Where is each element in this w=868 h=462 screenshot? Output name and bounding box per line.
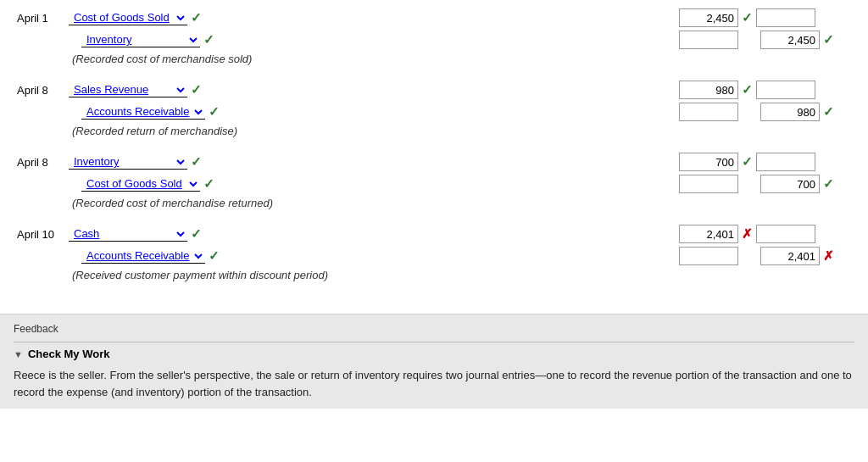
amounts-group-row-ar-2: 2,401✗ xyxy=(679,247,834,265)
account-select-row-cash[interactable]: Cash xyxy=(69,226,187,242)
debit-box-row-ar-1[interactable] xyxy=(679,103,738,121)
debit-box-row-inventory-2[interactable]: 700 xyxy=(679,153,738,171)
feedback-text: Reece is the seller. From the seller's p… xyxy=(14,367,854,400)
entry-row-row-cogs-1: April 1Cost of Goods Sold✓2,450✓ xyxy=(17,8,851,27)
account-wrap-row-ar-1: Accounts Receivable✓ xyxy=(81,104,220,120)
amounts-group-row-sales-rev: 980✓ xyxy=(679,81,834,99)
entry-note-entry-april-1: (Recorded cost of merchandise sold) xyxy=(72,53,851,65)
credit-check-icon-row-inventory-1: ✓ xyxy=(823,32,834,47)
triangle-icon: ▼ xyxy=(14,349,23,359)
check-my-work-row: ▼ Check My Work xyxy=(14,348,854,360)
credit-box-row-inventory-1[interactable]: 2,450 xyxy=(760,31,820,49)
entry-row-row-cogs-2: Cost of Goods Sold✓700✓ xyxy=(17,175,851,193)
amounts-group-row-cogs-2: 700✓ xyxy=(679,175,834,193)
amounts-group-row-ar-1: 980✓ xyxy=(679,103,834,121)
entry-row-row-inventory-2: April 8Inventory✓700✓ xyxy=(17,153,851,171)
debit-box-row-sales-rev[interactable]: 980 xyxy=(679,81,738,99)
account-check-icon-row-cogs-1: ✓ xyxy=(191,10,202,25)
check-my-work-label: Check My Work xyxy=(28,348,110,360)
date-label-entry-april-10: April 10 xyxy=(17,228,64,241)
credit-box-row-ar-2[interactable]: 2,401 xyxy=(760,247,820,265)
account-check-icon-row-ar-1: ✓ xyxy=(209,104,220,120)
amounts-group-row-inventory-1: 2,450✓ xyxy=(679,31,834,49)
entry-row-row-inventory-1: Inventory✓2,450✓ xyxy=(17,31,851,49)
entry-row-row-ar-2: Accounts Receivable✓2,401✗ xyxy=(17,247,851,265)
debit-x-icon-row-cash: ✗ xyxy=(742,226,753,242)
debit-check-icon-row-cogs-1: ✓ xyxy=(742,10,753,25)
date-label-entry-april-8a: April 8 xyxy=(17,84,64,97)
credit-box-row-ar-1[interactable]: 980 xyxy=(760,103,820,121)
entry-note-entry-april-10: (Received customer payment within discou… xyxy=(72,269,851,281)
entries-container: April 1Cost of Goods Sold✓2,450✓Inventor… xyxy=(17,8,851,281)
account-wrap-row-ar-2: Accounts Receivable✓ xyxy=(81,248,220,264)
date-label-entry-april-8b: April 8 xyxy=(17,156,64,169)
account-check-icon-row-cash: ✓ xyxy=(191,226,202,242)
journal-entry-entry-april-1: April 1Cost of Goods Sold✓2,450✓Inventor… xyxy=(17,8,851,65)
account-wrap-row-cogs-1: Cost of Goods Sold✓ xyxy=(69,10,202,25)
account-wrap-row-inventory-2: Inventory✓ xyxy=(69,154,202,170)
account-wrap-row-inventory-1: Inventory✓ xyxy=(81,32,214,47)
credit-check-icon-row-cogs-2: ✓ xyxy=(823,176,834,192)
divider xyxy=(14,342,854,342)
date-label-entry-april-1: April 1 xyxy=(17,12,64,25)
debit-check-icon-row-inventory-2: ✓ xyxy=(742,154,753,170)
credit-box-row-cogs-1[interactable] xyxy=(756,8,815,27)
entry-note-entry-april-8a: (Recorded return of merchandise) xyxy=(72,125,851,137)
debit-box-row-cogs-2[interactable] xyxy=(679,175,738,193)
entry-note-entry-april-8b: (Recorded cost of merchandise returned) xyxy=(72,197,851,209)
entry-row-row-cash: April 10Cash✓2,401✗ xyxy=(17,225,851,243)
account-select-row-cogs-1[interactable]: Cost of Goods Sold xyxy=(69,10,187,25)
debit-box-row-inventory-1[interactable] xyxy=(679,31,738,49)
journal-entry-entry-april-8b: April 8Inventory✓700✓Cost of Goods Sold✓… xyxy=(17,153,851,209)
credit-check-icon-row-ar-1: ✓ xyxy=(823,104,834,120)
credit-box-row-inventory-2[interactable] xyxy=(756,153,815,171)
main-content: April 1Cost of Goods Sold✓2,450✓Inventor… xyxy=(0,0,868,305)
account-check-icon-row-inventory-2: ✓ xyxy=(191,154,202,170)
account-wrap-row-cash: Cash✓ xyxy=(69,226,202,242)
entry-row-row-ar-1: Accounts Receivable✓980✓ xyxy=(17,103,851,121)
credit-box-row-cash[interactable] xyxy=(756,225,815,243)
account-wrap-row-cogs-2: Cost of Goods Sold✓ xyxy=(81,176,214,192)
credit-x-icon-row-ar-2: ✗ xyxy=(823,248,834,264)
account-check-icon-row-ar-2: ✓ xyxy=(209,248,220,264)
account-check-icon-row-inventory-1: ✓ xyxy=(203,32,214,47)
account-select-row-inventory-1[interactable]: Inventory xyxy=(81,32,200,47)
feedback-section: Feedback ▼ Check My Work Reece is the se… xyxy=(0,314,868,409)
debit-box-row-cash[interactable]: 2,401 xyxy=(679,225,738,243)
account-select-row-inventory-2[interactable]: Inventory xyxy=(69,154,187,170)
account-check-icon-row-sales-rev: ✓ xyxy=(191,82,202,97)
credit-box-row-cogs-2[interactable]: 700 xyxy=(760,175,820,193)
amounts-group-row-cogs-1: 2,450✓ xyxy=(679,8,834,27)
account-select-row-sales-rev[interactable]: Sales Revenue xyxy=(69,82,187,97)
entry-row-row-sales-rev: April 8Sales Revenue✓980✓ xyxy=(17,81,851,99)
credit-box-row-sales-rev[interactable] xyxy=(756,81,815,99)
journal-entry-entry-april-10: April 10Cash✓2,401✗Accounts Receivable✓2… xyxy=(17,225,851,281)
amounts-group-row-cash: 2,401✗ xyxy=(679,225,834,243)
journal-entry-entry-april-8a: April 8Sales Revenue✓980✓Accounts Receiv… xyxy=(17,81,851,137)
debit-box-row-ar-2[interactable] xyxy=(679,247,738,265)
amounts-group-row-inventory-2: 700✓ xyxy=(679,153,834,171)
account-select-row-ar-1[interactable]: Accounts Receivable xyxy=(81,104,205,120)
debit-box-row-cogs-1[interactable]: 2,450 xyxy=(679,8,738,27)
debit-check-icon-row-sales-rev: ✓ xyxy=(742,82,753,97)
feedback-title: Feedback xyxy=(14,323,854,335)
account-select-row-ar-2[interactable]: Accounts Receivable xyxy=(81,248,205,264)
account-select-row-cogs-2[interactable]: Cost of Goods Sold xyxy=(81,176,200,192)
account-check-icon-row-cogs-2: ✓ xyxy=(203,176,214,192)
account-wrap-row-sales-rev: Sales Revenue✓ xyxy=(69,82,202,97)
